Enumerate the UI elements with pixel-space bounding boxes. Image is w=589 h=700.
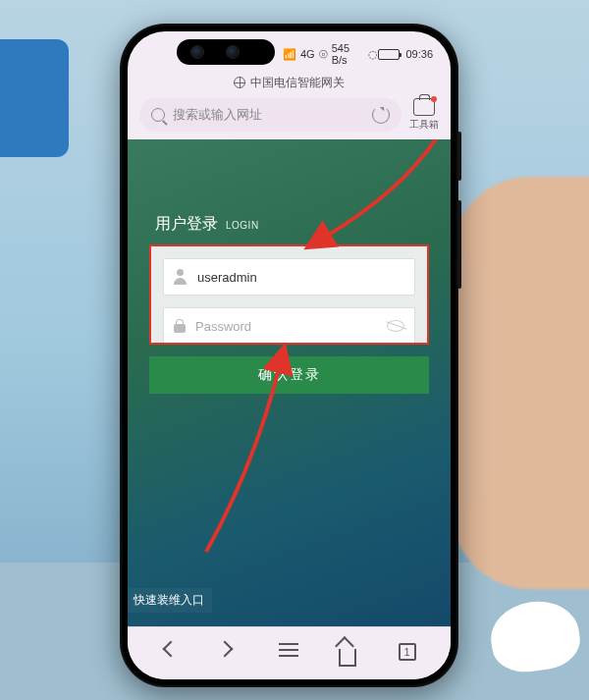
eye-off-icon[interactable] (387, 320, 404, 332)
nav-menu-button[interactable] (279, 643, 300, 665)
refresh-icon[interactable] (372, 106, 390, 124)
password-field[interactable] (163, 307, 415, 345)
screen: 📶 4G ⦾ 545 B/s ◌ 09:36 中国电信智能网关 搜索或输入网址 (128, 31, 451, 679)
login-heading: 用户登录 LOGIN (155, 214, 451, 235)
home-icon (339, 649, 356, 667)
user-icon (174, 269, 187, 285)
tabs-icon: 1 (399, 643, 416, 661)
login-heading-en: LOGIN (226, 220, 259, 231)
url-bar-row: 搜索或输入网址 工具箱 (128, 94, 451, 139)
toolbox-icon (413, 98, 435, 116)
camera-cutout (177, 39, 275, 65)
toolbox-label: 工具箱 (409, 118, 439, 132)
camera-icon (190, 45, 204, 59)
globe-icon (234, 77, 245, 88)
nav-home-button[interactable] (339, 643, 360, 665)
quick-maintenance-link[interactable]: 快速装维入口 (128, 588, 212, 613)
login-submit-button[interactable]: 确认登录 (149, 356, 429, 394)
nav-back-button[interactable] (159, 643, 181, 665)
username-input[interactable] (197, 270, 404, 285)
phone-side-button (457, 132, 461, 181)
hand (452, 177, 589, 589)
browser-navbar: 1 (128, 626, 451, 679)
wifi-icon: ⦾ (319, 48, 328, 61)
toolbox-button[interactable]: 工具箱 (409, 98, 439, 132)
url-search-box[interactable]: 搜索或输入网址 (139, 98, 402, 132)
network-icon: 4G (300, 48, 315, 60)
login-card (149, 244, 429, 345)
data-speed: 545 B/s (332, 42, 365, 66)
username-field[interactable] (163, 258, 415, 296)
chevron-left-icon (162, 640, 179, 657)
login-heading-cn: 用户登录 (155, 214, 218, 235)
search-icon (151, 108, 165, 122)
login-submit-label: 确认登录 (258, 366, 321, 384)
loading-icon: ◌ (368, 48, 378, 61)
notification-dot-icon (431, 96, 437, 102)
page-content: 用户登录 LOGIN 确认登录 快速装维入口 (128, 139, 451, 636)
lock-icon (174, 319, 186, 333)
browser-titlebar: 中国电信智能网关 (128, 71, 451, 94)
chevron-right-icon (216, 640, 233, 657)
password-input[interactable] (195, 319, 377, 334)
search-placeholder: 搜索或输入网址 (173, 106, 262, 124)
menu-icon (279, 643, 298, 657)
battery-icon (378, 49, 400, 60)
phone-frame: 📶 4G ⦾ 545 B/s ◌ 09:36 中国电信智能网关 搜索或输入网址 (120, 24, 458, 687)
nav-forward-button[interactable] (219, 643, 241, 665)
phone-side-button (457, 200, 461, 289)
nav-tabs-button[interactable]: 1 (399, 643, 420, 665)
page-title: 中国电信智能网关 (250, 75, 345, 91)
camera-icon (226, 45, 240, 59)
clock: 09:36 (405, 48, 433, 60)
background-object (0, 39, 69, 157)
signal-icon: 📶 (283, 48, 296, 61)
